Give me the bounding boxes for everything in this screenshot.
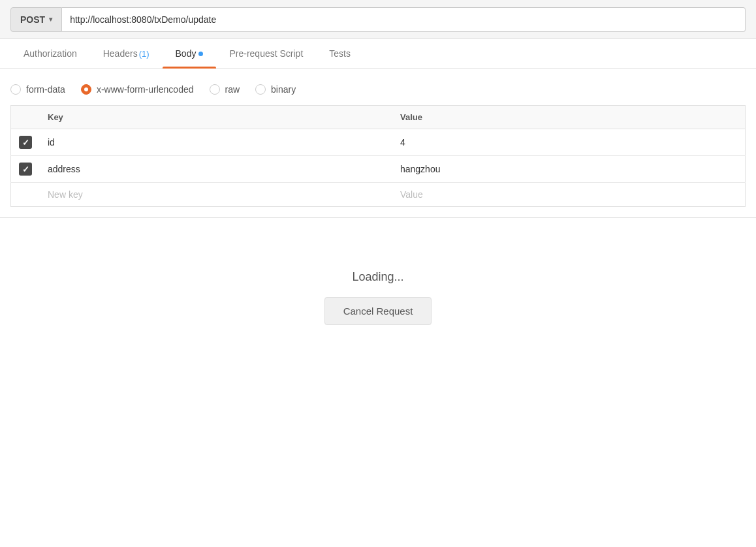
radio-group: form-data x-www-form-urlencoded raw bina… [10,79,746,105]
method-chevron: ▾ [49,16,52,23]
row-1-checkbox-cell [11,129,40,156]
tab-pre-request-label: Pre-request Script [229,48,303,59]
row-2-checkbox[interactable] [19,163,32,176]
radio-form-data-label: form-data [26,84,65,95]
new-key-placeholder: New key [48,189,83,200]
new-value-placeholder: Value [400,189,423,200]
row-1-checkbox[interactable] [19,136,32,149]
cancel-request-button[interactable]: Cancel Request [324,297,432,325]
tab-authorization-label: Authorization [24,48,77,59]
radio-raw-circle [210,84,220,95]
row-1-value[interactable]: 4 [392,129,746,156]
radio-form-data[interactable]: form-data [10,84,65,95]
body-panel: form-data x-www-form-urlencoded raw bina… [0,69,756,218]
loading-text: Loading... [352,270,403,284]
new-row-checkbox-cell [11,183,40,207]
row-2-checkbox-cell [11,156,40,183]
table-row: address hangzhou [11,156,746,183]
tab-body[interactable]: Body [163,39,217,68]
col-header-key: Key [40,106,392,129]
url-bar: POST ▾ [0,0,756,39]
url-input[interactable] [62,7,746,32]
col-header-checkbox [11,106,40,129]
tab-authorization[interactable]: Authorization [10,39,90,68]
new-row-key[interactable]: New key [40,183,392,207]
radio-raw[interactable]: raw [210,84,240,95]
tab-headers-label: Headers [103,48,138,59]
row-2-value[interactable]: hangzhou [392,156,746,183]
row-1-key[interactable]: id [40,129,392,156]
table-row: id 4 [11,129,746,156]
tab-headers[interactable]: Headers(1) [90,39,163,68]
new-row-value[interactable]: Value [392,183,746,207]
radio-form-data-circle [10,84,21,95]
loading-section: Loading... Cancel Request [0,218,756,377]
radio-binary[interactable]: binary [255,84,296,95]
radio-x-www-form-urlencoded-circle [81,84,91,95]
headers-badge: (1) [139,49,150,59]
body-dot [198,52,203,56]
method-label: POST [20,14,45,25]
table-header-row: Key Value [11,106,746,129]
radio-raw-label: raw [225,84,240,95]
col-header-value: Value [392,106,746,129]
params-table: Key Value id 4 addres [10,105,746,207]
row-2-key[interactable]: address [40,156,392,183]
radio-x-www-form-urlencoded[interactable]: x-www-form-urlencoded [81,84,194,95]
tab-body-label: Body [176,48,197,59]
radio-binary-label: binary [271,84,296,95]
tab-pre-request-script[interactable]: Pre-request Script [216,39,316,68]
table-new-row: New key Value [11,183,746,207]
method-selector[interactable]: POST ▾ [10,7,62,32]
tabs-bar: Authorization Headers(1) Body Pre-reques… [0,39,756,69]
radio-x-www-form-urlencoded-label: x-www-form-urlencoded [97,84,194,95]
tab-tests-label: Tests [329,48,351,59]
radio-binary-circle [255,84,266,95]
tab-tests[interactable]: Tests [316,39,364,68]
